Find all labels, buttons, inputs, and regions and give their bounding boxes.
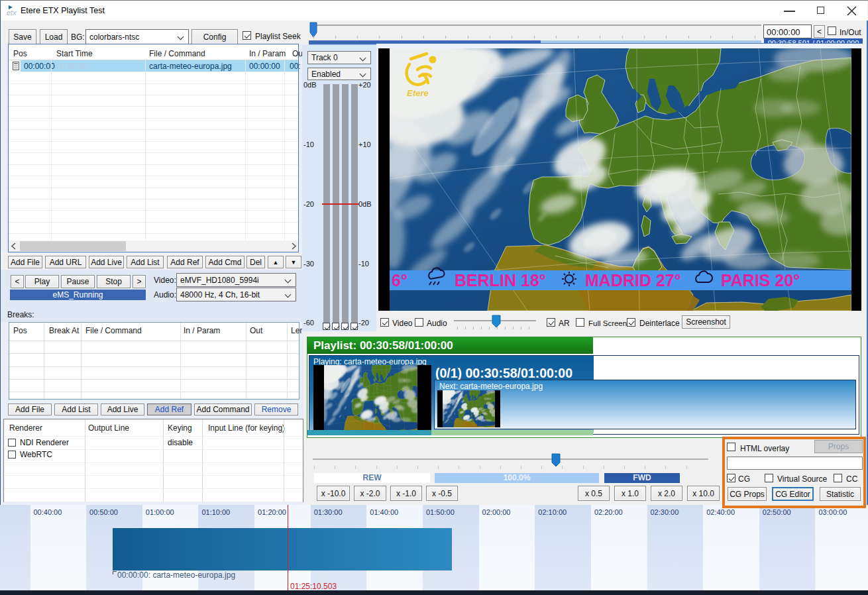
svg-text:MADRID 27°: MADRID 27° [585,271,681,290]
svg-text:BERLIN 18°: BERLIN 18° [455,271,546,290]
svg-text:PARIS 20°: PARIS 20° [721,271,800,290]
svg-text:etx: etx [7,9,17,17]
svg-text:Etere: Etere [407,88,429,98]
svg-text:6°: 6° [392,271,407,290]
